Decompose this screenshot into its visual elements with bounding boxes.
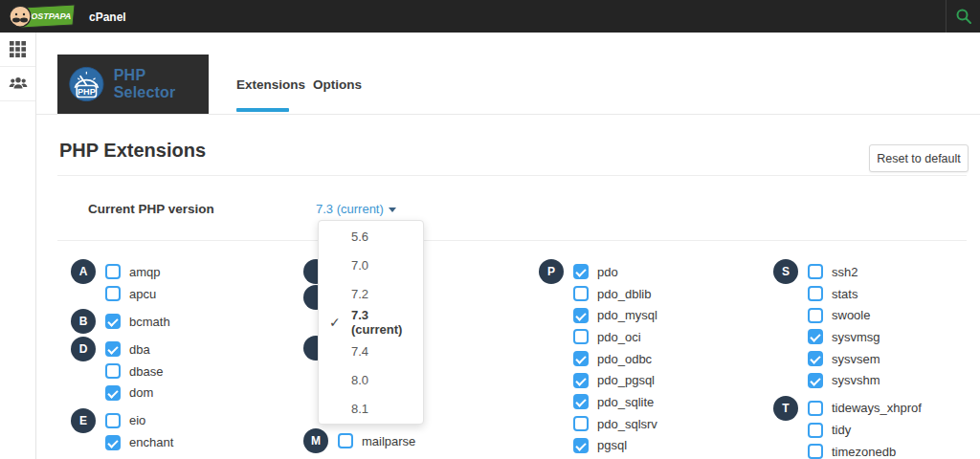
php-version-option[interactable]: 7.4	[319, 338, 423, 366]
extension-checkbox[interactable]	[808, 264, 823, 279]
php-version-option[interactable]: 8.0	[319, 366, 423, 395]
extension-item[interactable]: swoole	[808, 308, 870, 323]
extension-checkbox[interactable]	[573, 394, 589, 409]
left-sidebar	[0, 33, 36, 459]
extension-label: sysvsem	[832, 352, 880, 366]
extension-label: sysvshm	[832, 373, 880, 387]
hostpapa-logo[interactable]: HOSTPAPA	[8, 2, 77, 34]
extensions-column-4: S ssh2 stats swoole sysvmsg	[773, 261, 922, 459]
extension-item[interactable]: pdo_sqlsrv	[573, 416, 657, 431]
reset-to-default-button[interactable]: Reset to default	[869, 144, 969, 172]
extension-checkbox[interactable]	[808, 308, 823, 323]
extension-label: dbase	[129, 364, 163, 379]
extension-checkbox[interactable]	[573, 329, 589, 344]
extension-checkbox[interactable]	[105, 413, 121, 428]
extension-item[interactable]: pdo_dblib	[573, 286, 651, 301]
extension-item[interactable]: pdo_sqlite	[573, 394, 654, 409]
extension-item[interactable]: pdo_mysql	[573, 308, 657, 323]
extension-checkbox[interactable]	[105, 264, 121, 279]
letter-badge-m: M	[303, 428, 328, 453]
top-bar: HOSTPAPA cPanel	[0, 0, 980, 33]
extension-checkbox[interactable]	[573, 373, 589, 388]
extension-label: pdo_odbc	[597, 352, 652, 366]
extension-item[interactable]: pdo_oci	[573, 329, 641, 344]
extension-item[interactable]: pgsql	[573, 438, 627, 453]
extension-item[interactable]: sysvmsg	[808, 329, 880, 344]
extension-checkbox[interactable]	[573, 308, 589, 323]
extension-row: apcu	[71, 283, 173, 305]
extension-item[interactable]: eio	[105, 413, 145, 428]
extension-label: timezonedb	[832, 445, 896, 459]
extension-item[interactable]: timezonedb	[808, 444, 896, 459]
extension-checkbox[interactable]	[573, 264, 589, 279]
extension-checkbox[interactable]	[573, 438, 589, 453]
extension-checkbox[interactable]	[808, 401, 823, 416]
extension-checkbox[interactable]	[105, 314, 121, 329]
extension-item[interactable]: dom	[105, 385, 153, 401]
php-version-option[interactable]: 5.6	[319, 222, 423, 251]
extension-item[interactable]: ssh2	[808, 264, 858, 279]
extension-checkbox[interactable]	[808, 373, 823, 388]
extension-item[interactable]: enchant	[105, 435, 173, 450]
section-divider	[57, 175, 967, 176]
sidebar-item-users[interactable]	[0, 67, 35, 101]
extension-item[interactable]: dbase	[105, 363, 163, 379]
extension-checkbox[interactable]	[105, 341, 121, 357]
extension-checkbox[interactable]	[105, 435, 121, 450]
php-version-option[interactable]: 7.2	[319, 279, 423, 308]
php-version-option[interactable]: 7.0	[319, 251, 423, 279]
extension-label: tidy	[832, 423, 851, 437]
extension-row: sysvshm	[773, 369, 922, 391]
php-version-dropdown-menu: 5.6 7.0 7.2 7.3 (current) 7.4 8.0 8.1	[318, 220, 424, 425]
tab-options[interactable]: Options	[313, 55, 362, 114]
php-version-option[interactable]: 8.1	[319, 395, 423, 424]
extensions-column-3: P pdo pdo_dblib pdo_mysql pdo_oci	[539, 261, 657, 456]
search-button[interactable]	[946, 0, 980, 33]
extension-label: tideways_xhprof	[832, 401, 922, 415]
extension-checkbox[interactable]	[808, 329, 823, 344]
extension-item[interactable]: pdo	[573, 264, 618, 279]
extension-label: pdo_oci	[597, 330, 641, 344]
extension-row: P pdo	[539, 261, 657, 283]
extension-item[interactable]: pdo_odbc	[573, 351, 652, 366]
letter-badge-s: S	[773, 259, 798, 284]
extension-checkbox[interactable]	[105, 363, 121, 379]
extension-label: eio	[129, 413, 145, 427]
extension-checkbox[interactable]	[573, 286, 589, 301]
extension-checkbox[interactable]	[105, 385, 121, 401]
letter-badge-b: B	[71, 309, 96, 334]
extension-item[interactable]: amqp	[105, 264, 161, 279]
extension-item[interactable]: tidy	[808, 423, 851, 438]
extension-item[interactable]: mailparse	[338, 433, 415, 448]
svg-text:PHP: PHP	[78, 87, 96, 97]
letter-badge-t: T	[773, 396, 798, 421]
extension-row: sysvmsg	[773, 326, 922, 348]
extension-row: T tideways_xhprof	[773, 398, 922, 420]
extension-checkbox[interactable]	[338, 433, 353, 448]
extension-row: swoole	[773, 304, 922, 326]
extension-row: pdo_odbc	[539, 348, 657, 370]
extension-checkbox[interactable]	[808, 444, 823, 459]
extension-item[interactable]: pdo_pgsql	[573, 373, 655, 388]
extension-item[interactable]: dba	[105, 341, 150, 357]
sidebar-item-apps[interactable]	[0, 33, 35, 67]
extension-checkbox[interactable]	[573, 351, 589, 366]
php-version-dropdown-toggle[interactable]: 7.3 (current)	[316, 202, 396, 216]
extension-checkbox[interactable]	[105, 286, 121, 301]
extension-item[interactable]: apcu	[105, 286, 156, 301]
php-version-option-current[interactable]: 7.3 (current)	[319, 308, 423, 337]
extension-label: mailparse	[362, 434, 415, 448]
tab-extensions[interactable]: Extensions	[236, 55, 305, 114]
extension-item[interactable]: stats	[808, 286, 858, 301]
app-title: PHP Selector	[114, 67, 209, 101]
extension-item[interactable]: bcmath	[105, 314, 170, 329]
extension-checkbox[interactable]	[808, 351, 823, 366]
extension-item[interactable]: sysvshm	[808, 373, 880, 388]
extension-checkbox[interactable]	[573, 416, 589, 431]
extension-checkbox[interactable]	[808, 286, 823, 301]
extension-checkbox[interactable]	[808, 423, 823, 438]
extension-item[interactable]: tideways_xhprof	[808, 401, 922, 416]
extension-item[interactable]: sysvsem	[808, 351, 880, 366]
extension-row: dbase	[71, 361, 173, 382]
extension-label: pdo_sqlsrv	[597, 417, 657, 431]
